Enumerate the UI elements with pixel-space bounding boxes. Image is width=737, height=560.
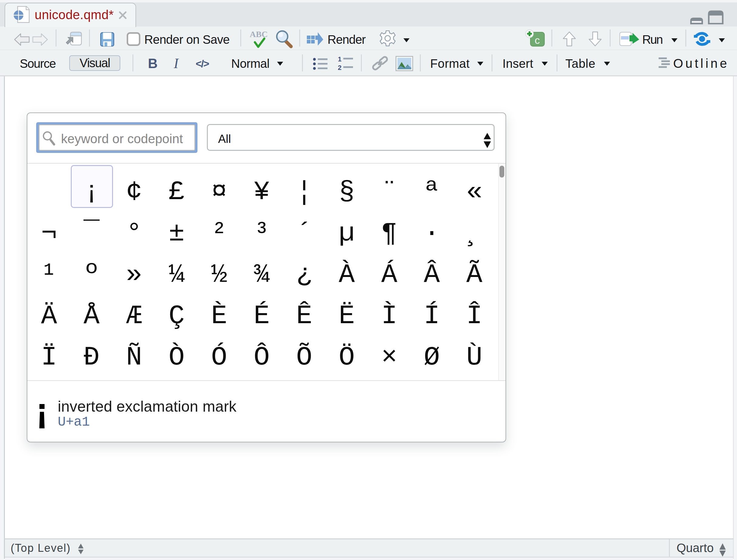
svg-text:ABC: ABC	[250, 30, 268, 39]
svg-text:c: c	[535, 34, 540, 46]
svg-text:1: 1	[338, 56, 342, 63]
svg-text:2: 2	[338, 64, 342, 71]
